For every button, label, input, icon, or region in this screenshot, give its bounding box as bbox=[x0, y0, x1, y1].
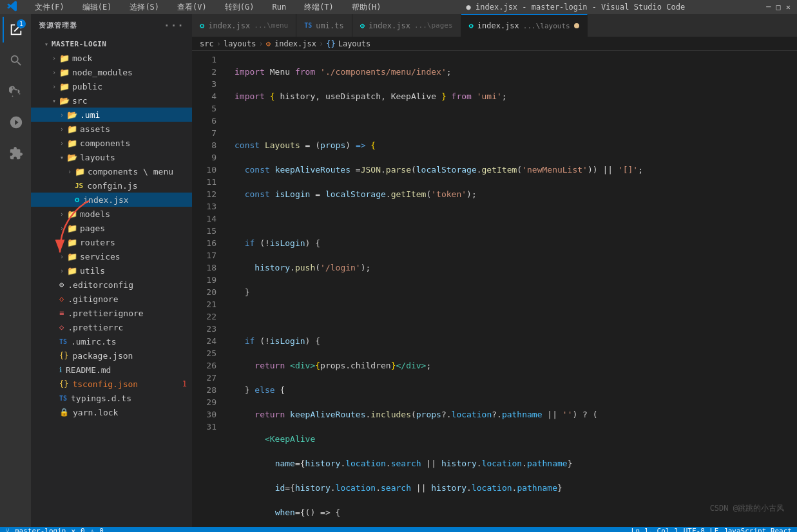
tab-path: ...\pages bbox=[414, 21, 453, 30]
sidebar-item-label: node_modules bbox=[72, 68, 192, 77]
sidebar-item-label: utils bbox=[80, 266, 192, 276]
menu-terminal[interactable]: 终端(T) bbox=[300, 1, 338, 14]
tsconfig-badge: 1 bbox=[182, 379, 187, 388]
line-ending-label[interactable]: LF bbox=[710, 527, 718, 532]
git-branch-icon: ⑂ bbox=[5, 527, 10, 532]
sidebar-item-confgin-js[interactable]: JS confgin.js bbox=[31, 178, 192, 193]
activity-bar: 1 bbox=[0, 14, 31, 527]
menu-edit[interactable]: 编辑(E) bbox=[79, 1, 116, 14]
sidebar-item-mock[interactable]: › 📁 mock bbox=[31, 51, 192, 65]
menu-select[interactable]: 选择(S) bbox=[126, 1, 163, 14]
extensions-icon[interactable] bbox=[3, 140, 28, 166]
titlebar-left: 文件(F) 编辑(E) 选择(S) 查看(V) 转到(G) Run 终端(T) … bbox=[6, 0, 385, 14]
warning-icon: ⚠ bbox=[90, 527, 95, 532]
sidebar-item-label: assets bbox=[80, 124, 192, 134]
sidebar-item-models[interactable]: › 📁 models bbox=[31, 207, 192, 221]
editor-area: ⚙ index.jsx ...\menu TS umi.ts ⚙ index.j… bbox=[192, 14, 797, 527]
sidebar-item-typings-dts[interactable]: TS typings.d.ts bbox=[31, 391, 192, 405]
error-icon: ✕ bbox=[71, 527, 75, 532]
sidebar-item-readme[interactable]: ℹ README.md bbox=[31, 363, 192, 377]
sidebar-item-public[interactable]: › 📁 public bbox=[31, 79, 192, 93]
config-file-icon: ◇ bbox=[59, 294, 64, 303]
chevron-right-icon: › bbox=[49, 83, 59, 90]
tab-index-menu[interactable]: ⚙ index.jsx ...\menu bbox=[192, 14, 296, 37]
sidebar-item-label: typings.d.ts bbox=[71, 394, 192, 403]
close-button[interactable]: ✕ bbox=[786, 3, 791, 12]
sidebar-item-prettierignore[interactable]: ≡ .prettierignore bbox=[31, 306, 192, 320]
git-branch-label[interactable]: master-login bbox=[15, 527, 66, 532]
folder-icon: 📁 bbox=[67, 238, 77, 247]
sidebar-item-layouts[interactable]: ▾ 📂 layouts bbox=[31, 150, 192, 164]
breadcrumb: src › layouts › ⚙ index.jsx › {} Layouts bbox=[192, 37, 797, 51]
prettier-file-icon: ◇ bbox=[59, 323, 64, 332]
code-editor[interactable]: 12345 678910 1112131415 1617181920 21222… bbox=[192, 51, 797, 527]
sidebar-item-components-menu[interactable]: › 📁 components \ menu bbox=[31, 164, 192, 178]
menu-goto[interactable]: 转到(G) bbox=[221, 1, 258, 14]
jsx-tab-icon: ⚙ bbox=[200, 21, 204, 30]
tab-index-pages[interactable]: ⚙ index.jsx ...\pages bbox=[352, 14, 461, 37]
sidebar-item-assets[interactable]: › 📁 assets bbox=[31, 122, 192, 136]
breadcrumb-symbol[interactable]: Layouts bbox=[338, 39, 371, 48]
line-col-label[interactable]: Ln 1, Col 1 bbox=[631, 527, 678, 532]
folder-icon: 📁 bbox=[67, 252, 77, 261]
sidebar-item-index-jsx[interactable]: ⚙ index.jsx bbox=[31, 193, 192, 207]
folder-icon: 📁 bbox=[67, 223, 77, 233]
titlebar-title: ● index.jsx - master-login - Visual Stud… bbox=[385, 3, 767, 12]
sidebar-more-button[interactable]: ··· bbox=[164, 19, 184, 32]
chevron-right-icon: › bbox=[57, 267, 67, 274]
config-file-icon: ⚙ bbox=[59, 280, 64, 289]
explorer-icon[interactable]: 1 bbox=[3, 17, 28, 43]
language-label[interactable]: JavaScript React bbox=[724, 527, 792, 532]
maximize-button[interactable]: □ bbox=[776, 3, 781, 12]
sidebar-item-services[interactable]: › 📁 services bbox=[31, 249, 192, 263]
sidebar-item-label: .editorconfig bbox=[68, 280, 192, 290]
chevron-right-icon: › bbox=[57, 111, 67, 119]
sidebar-item-label: confgin.js bbox=[87, 181, 192, 191]
code-content[interactable]: import Menu from './components/menu/inde… bbox=[224, 51, 797, 527]
tab-index-layouts[interactable]: ⚙ index.jsx ...\layouts bbox=[461, 14, 588, 37]
sidebar-item-components[interactable]: › 📁 components bbox=[31, 136, 192, 150]
search-icon[interactable] bbox=[3, 48, 28, 73]
jsx-tab-icon: ⚙ bbox=[469, 21, 474, 30]
breadcrumb-src[interactable]: src bbox=[200, 39, 214, 48]
encoding-label[interactable]: UTF-8 bbox=[684, 527, 705, 532]
chevron-right-icon: › bbox=[49, 69, 59, 76]
sidebar-item-label: .umirc.ts bbox=[71, 337, 192, 347]
tab-umi-ts[interactable]: TS umi.ts bbox=[296, 14, 352, 37]
sidebar-item-label: .gitignore bbox=[68, 294, 192, 304]
sidebar-item-umirc-ts[interactable]: TS .umirc.ts bbox=[31, 334, 192, 348]
menu-file[interactable]: 文件(F) bbox=[31, 1, 68, 14]
folder-open-icon: 📂 bbox=[59, 96, 70, 106]
json-file-icon: {} bbox=[59, 379, 68, 388]
sidebar-item-project-root[interactable]: ▾ MASTER-LOGIN bbox=[31, 37, 192, 51]
source-control-icon[interactable] bbox=[3, 79, 28, 104]
minimize-button[interactable]: ─ bbox=[766, 3, 771, 12]
tab-path: ...\menu bbox=[254, 21, 288, 30]
sidebar-item-label: .prettierignore bbox=[68, 309, 192, 318]
sidebar-item-label: routers bbox=[80, 238, 192, 247]
sidebar-item-editorconfig[interactable]: ⚙ .editorconfig bbox=[31, 278, 192, 292]
breadcrumb-layouts[interactable]: layouts bbox=[224, 39, 256, 48]
sidebar-item-label: .umi bbox=[80, 110, 192, 120]
sidebar-item-prettierrc[interactable]: ◇ .prettierrc bbox=[31, 320, 192, 334]
sidebar-item-pages[interactable]: › 📁 pages bbox=[31, 221, 192, 235]
sidebar-item-tsconfig-json[interactable]: {} tsconfig.json 1 bbox=[31, 377, 192, 391]
menu-view[interactable]: 查看(V) bbox=[173, 1, 211, 14]
menu-help[interactable]: 帮助(H) bbox=[348, 1, 385, 14]
tab-path: ...\layouts bbox=[523, 22, 570, 30]
sidebar-item-utils[interactable]: › 📁 utils bbox=[31, 263, 192, 278]
sidebar-item-yarn-lock[interactable]: 🔒 yarn.lock bbox=[31, 405, 192, 419]
run-debug-icon[interactable] bbox=[3, 109, 28, 135]
sidebar-item-node-modules[interactable]: › 📁 node_modules bbox=[31, 65, 192, 79]
folder-icon: 📁 bbox=[59, 53, 70, 63]
sidebar-item-src[interactable]: ▾ 📂 src bbox=[31, 93, 192, 108]
breadcrumb-file[interactable]: index.jsx bbox=[274, 39, 316, 48]
menu-run[interactable]: Run bbox=[268, 1, 290, 13]
sidebar-item-gitignore[interactable]: ◇ .gitignore bbox=[31, 292, 192, 306]
sidebar-item-umi[interactable]: › 📂 .umi bbox=[31, 108, 192, 122]
sidebar-item-package-json[interactable]: {} package.json bbox=[31, 348, 192, 363]
sidebar-item-label: src bbox=[72, 96, 192, 106]
sidebar-title: 资源管理器 bbox=[39, 21, 77, 30]
chevron-right-icon: › bbox=[64, 168, 75, 175]
sidebar-item-routers[interactable]: › 📁 routers bbox=[31, 235, 192, 249]
